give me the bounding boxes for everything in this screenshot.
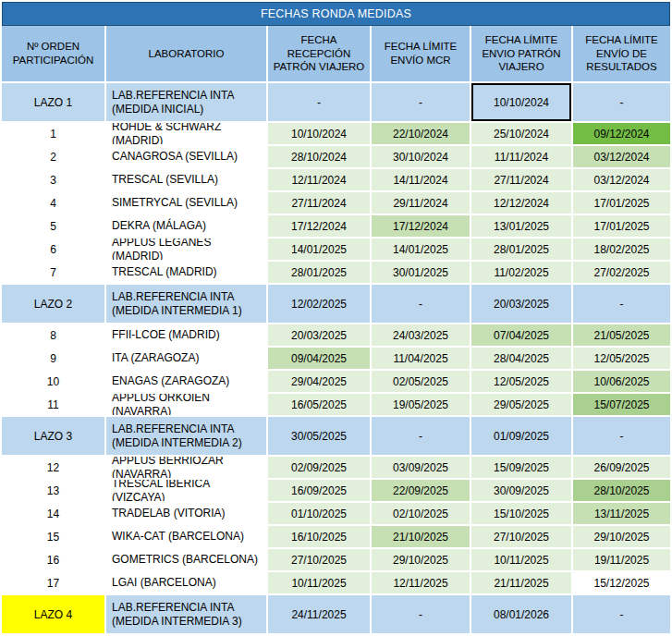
- laboratory-cell[interactable]: ITA (ZARAGOZA): [106, 348, 268, 371]
- date-cell[interactable]: 12/12/2024: [471, 192, 573, 215]
- date-cell[interactable]: 26/09/2025: [573, 457, 670, 480]
- laboratory-cell[interactable]: LAB.REFERENCIA INTA (MEDIDA INTERMEDIA 1…: [106, 285, 268, 324]
- date-cell[interactable]: -: [573, 285, 670, 324]
- laboratory-cell[interactable]: TRESCAL IBÉRICA (VIZCAYA): [106, 480, 268, 503]
- date-cell[interactable]: 11/02/2025: [471, 262, 573, 285]
- order-cell[interactable]: 11: [2, 394, 106, 417]
- laboratory-cell[interactable]: LAB.REFERENCIA INTA (MEDIDA INICIAL): [106, 83, 268, 123]
- order-cell[interactable]: 14: [2, 503, 106, 526]
- date-cell[interactable]: -: [372, 417, 471, 457]
- date-cell[interactable]: 20/03/2025: [471, 285, 573, 324]
- date-cell[interactable]: 28/10/2024: [268, 146, 372, 169]
- date-cell[interactable]: 09/04/2025: [268, 348, 372, 371]
- date-cell[interactable]: 20/03/2025: [268, 324, 372, 348]
- laboratory-cell[interactable]: LAB.REFERENCIA INTA (MEDIDA INTERMEDIA 3…: [106, 595, 268, 635]
- date-cell[interactable]: 21/05/2025: [573, 324, 670, 348]
- date-cell[interactable]: 30/10/2024: [372, 146, 471, 169]
- date-cell[interactable]: 10/11/2025: [471, 549, 573, 572]
- order-cell[interactable]: 2: [2, 146, 106, 169]
- laboratory-cell[interactable]: SIMETRYCAL (SEVILLA): [106, 192, 268, 215]
- date-cell[interactable]: 27/10/2025: [471, 526, 573, 549]
- date-cell[interactable]: 03/12/2024: [573, 169, 670, 192]
- date-cell[interactable]: 21/11/2025: [471, 572, 573, 595]
- laboratory-cell[interactable]: APPLUS ORKOIEN (NAVARRA): [106, 394, 268, 417]
- date-cell[interactable]: 02/10/2025: [372, 503, 471, 526]
- date-cell[interactable]: 17/01/2025: [573, 192, 670, 215]
- date-cell[interactable]: 29/05/2025: [471, 394, 573, 417]
- column-header-5[interactable]: FECHA LÍMITE ENVÍO DE RESULTADOS: [573, 26, 670, 83]
- date-cell[interactable]: 29/04/2025: [268, 371, 372, 394]
- order-cell[interactable]: 15: [2, 526, 106, 549]
- date-cell[interactable]: 16/05/2025: [268, 394, 372, 417]
- order-cell[interactable]: LAZO 4: [2, 595, 106, 635]
- column-header-1[interactable]: LABORATORIO: [106, 26, 268, 83]
- date-cell[interactable]: 25/10/2024: [471, 123, 573, 146]
- date-cell[interactable]: 10/06/2025: [573, 371, 670, 394]
- date-cell[interactable]: 08/01/2026: [471, 595, 573, 635]
- date-cell[interactable]: -: [372, 285, 471, 324]
- laboratory-cell[interactable]: TRADELAB (VITORIA): [106, 503, 268, 526]
- laboratory-cell[interactable]: APPLUS LEGANÉS (MADRID): [106, 238, 268, 262]
- laboratory-cell[interactable]: LAB.REFERENCIA INTA (MEDIDA INTERMEDIA 2…: [106, 417, 268, 457]
- laboratory-cell[interactable]: GOMETRICS (BARCELONA): [106, 549, 268, 572]
- date-cell[interactable]: 30/05/2025: [268, 417, 372, 457]
- date-cell[interactable]: 12/11/2025: [372, 572, 471, 595]
- date-cell[interactable]: 18/02/2025: [573, 238, 670, 262]
- date-cell[interactable]: 12/11/2024: [268, 169, 372, 192]
- date-cell[interactable]: 12/05/2025: [573, 348, 670, 371]
- laboratory-cell[interactable]: TRESCAL (MADRID): [106, 262, 268, 285]
- laboratory-cell[interactable]: TRESCAL (SEVILLA): [106, 169, 268, 192]
- date-cell[interactable]: 17/01/2025: [573, 215, 670, 238]
- date-cell[interactable]: -: [573, 417, 670, 457]
- laboratory-cell[interactable]: WIKA-CAT (BARCELONA): [106, 526, 268, 549]
- date-cell[interactable]: 30/09/2025: [471, 480, 573, 503]
- order-cell[interactable]: 17: [2, 572, 106, 595]
- date-cell[interactable]: 12/05/2025: [471, 371, 573, 394]
- date-cell[interactable]: 13/11/2025: [573, 503, 670, 526]
- date-cell[interactable]: -: [372, 83, 471, 123]
- date-cell[interactable]: 27/11/2024: [268, 192, 372, 215]
- order-cell[interactable]: 16: [2, 549, 106, 572]
- order-cell[interactable]: LAZO 1: [2, 83, 106, 123]
- date-cell[interactable]: 24/03/2025: [372, 324, 471, 348]
- date-cell[interactable]: 24/11/2025: [268, 595, 372, 635]
- date-cell[interactable]: 10/10/2024: [268, 123, 372, 146]
- date-cell[interactable]: 10/11/2025: [268, 572, 372, 595]
- date-cell[interactable]: 28/01/2025: [268, 262, 372, 285]
- column-header-2[interactable]: FECHA RECEPCIÓN PATRÓN VIAJERO: [268, 26, 372, 83]
- date-cell[interactable]: 28/01/2025: [471, 238, 573, 262]
- column-header-0[interactable]: Nº ORDEN PARTICIPACIÓN: [2, 26, 106, 83]
- laboratory-cell[interactable]: APPLUS BERRIOZAR (NAVARRA): [106, 457, 268, 480]
- date-cell[interactable]: 14/11/2024: [372, 169, 471, 192]
- date-cell[interactable]: 01/10/2025: [268, 503, 372, 526]
- order-cell[interactable]: 13: [2, 480, 106, 503]
- date-cell[interactable]: 02/09/2025: [268, 457, 372, 480]
- date-cell[interactable]: 19/11/2025: [573, 549, 670, 572]
- date-cell[interactable]: 28/10/2025: [573, 480, 670, 503]
- order-cell[interactable]: LAZO 2: [2, 285, 106, 324]
- date-cell[interactable]: 15/12/2025: [573, 572, 670, 595]
- date-cell[interactable]: 29/10/2025: [372, 549, 471, 572]
- date-cell[interactable]: 14/01/2025: [268, 238, 372, 262]
- date-cell[interactable]: 03/09/2025: [372, 457, 471, 480]
- column-header-3[interactable]: FECHA LÍMITE ENVÍO MCR: [372, 26, 471, 83]
- order-cell[interactable]: 1: [2, 123, 106, 146]
- date-cell[interactable]: 30/01/2025: [372, 262, 471, 285]
- date-cell[interactable]: -: [573, 595, 670, 635]
- date-cell[interactable]: 03/12/2024: [573, 146, 670, 169]
- laboratory-cell[interactable]: LGAI (BARCELONA): [106, 572, 268, 595]
- date-cell[interactable]: -: [573, 83, 670, 123]
- date-cell[interactable]: 27/10/2025: [268, 549, 372, 572]
- laboratory-cell[interactable]: ENAGAS (ZARAGOZA): [106, 371, 268, 394]
- laboratory-cell[interactable]: DEKRA (MÁLAGA): [106, 215, 268, 238]
- date-cell[interactable]: 29/10/2025: [573, 526, 670, 549]
- date-cell[interactable]: 12/02/2025: [268, 285, 372, 324]
- date-cell[interactable]: 21/10/2025: [372, 526, 471, 549]
- laboratory-cell[interactable]: CANAGROSA (SEVILLA): [106, 146, 268, 169]
- date-cell[interactable]: 16/09/2025: [268, 480, 372, 503]
- laboratory-cell[interactable]: FFII-LCOE (MADRID): [106, 324, 268, 348]
- date-cell[interactable]: 15/10/2025: [471, 503, 573, 526]
- order-cell[interactable]: 10: [2, 371, 106, 394]
- order-cell[interactable]: 6: [2, 238, 106, 262]
- date-cell[interactable]: -: [372, 595, 471, 635]
